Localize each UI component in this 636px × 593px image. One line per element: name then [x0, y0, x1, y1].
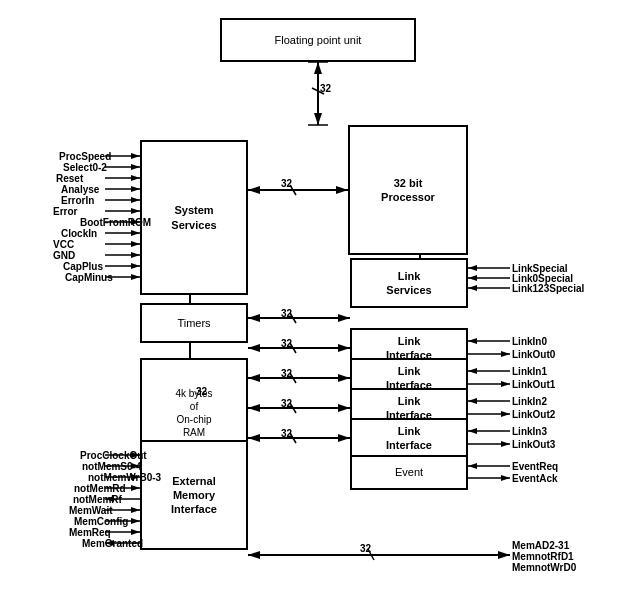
system-services-box: System Services [140, 140, 248, 295]
signal-bootfromrom: BootFromROM [80, 217, 151, 228]
signal-memnotrfd1: MemnotRfD1 [512, 551, 574, 562]
timers-box: Timers [140, 303, 248, 343]
signal-procspeed: ProcSpeed [59, 151, 111, 162]
signal-linkin2: LinkIn2 [512, 396, 547, 407]
signal-select02: Select0-2 [63, 162, 107, 173]
signal-notmemwrb03: notMemWrB0-3 [88, 472, 161, 483]
bus-label-li2: 32 [281, 398, 292, 409]
bus-label-timers: 32 [281, 308, 292, 319]
signal-gnd: GND [53, 250, 75, 261]
fpu-box: Floating point unit [220, 18, 416, 62]
architecture-diagram: Floating point unit System Services 32 b… [0, 0, 636, 593]
bus-label-sys: 32 [281, 178, 292, 189]
signal-memwait: MemWait [69, 505, 113, 516]
signal-link123special: Link123Special [512, 283, 584, 294]
signal-memgranted: MemGranted [82, 538, 143, 549]
signal-notmems04: notMemS0-4 [82, 461, 141, 472]
bus-label-fpu: 32 [320, 83, 331, 94]
signal-memnotwrd0: MemnotWrD0 [512, 562, 576, 573]
signal-capminus: CapMinus [65, 272, 113, 283]
event-box: Event [350, 455, 468, 490]
signal-eventack: EventAck [512, 473, 558, 484]
external-memory-box: External Memory Interface [140, 440, 248, 550]
signal-linkin1: LinkIn1 [512, 366, 547, 377]
bus-label-bottom: 32 [360, 543, 371, 554]
signal-eventreq: EventReq [512, 461, 558, 472]
signal-linkout3: LinkOut3 [512, 439, 555, 450]
link-services-box: Link Services [350, 258, 468, 308]
signal-clockin: ClockIn [61, 228, 97, 239]
bus-label-li1: 32 [281, 368, 292, 379]
signal-error: Error [53, 206, 77, 217]
signal-reset: Reset [56, 173, 83, 184]
signal-linkout2: LinkOut2 [512, 409, 555, 420]
signal-notmemrf: notMemRf [73, 494, 122, 505]
signal-linkout1: LinkOut1 [512, 379, 555, 390]
signal-memconfig: MemConfig [74, 516, 128, 527]
signal-errorin: ErrorIn [61, 195, 94, 206]
signal-linkout0: LinkOut0 [512, 349, 555, 360]
signal-linkin0: LinkIn0 [512, 336, 547, 347]
signal-capplus: CapPlus [63, 261, 103, 272]
processor-box: 32 bit Processor [348, 125, 468, 255]
bus-label-li3: 32 [281, 428, 292, 439]
signal-analyse: Analyse [61, 184, 99, 195]
signal-vcc: VCC [53, 239, 74, 250]
signal-procclockout: ProcClockOut [80, 450, 147, 461]
link-interface-3-box: Link Interface [350, 418, 468, 458]
bus-label-li0: 32 [281, 338, 292, 349]
bus-label-ram: 32 [196, 386, 207, 397]
signal-notmemrd: notMemRd [74, 483, 126, 494]
signal-memreq: MemReq [69, 527, 111, 538]
signal-linkin3: LinkIn3 [512, 426, 547, 437]
signal-memad231: MemAD2-31 [512, 540, 569, 551]
